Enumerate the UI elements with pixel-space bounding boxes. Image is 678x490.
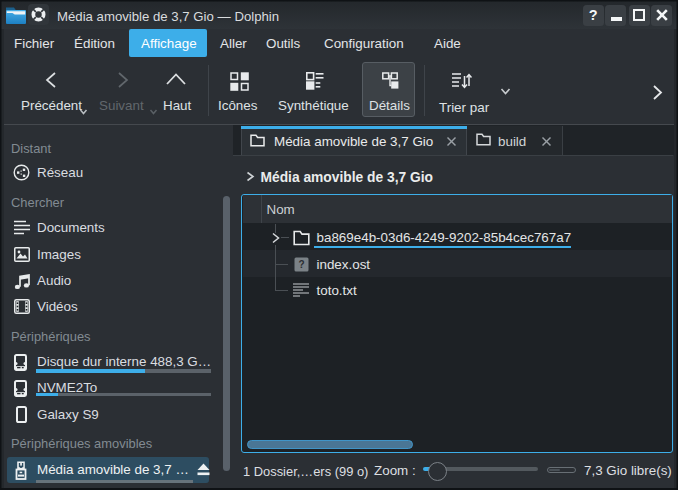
svg-text:?: ?	[298, 259, 304, 270]
